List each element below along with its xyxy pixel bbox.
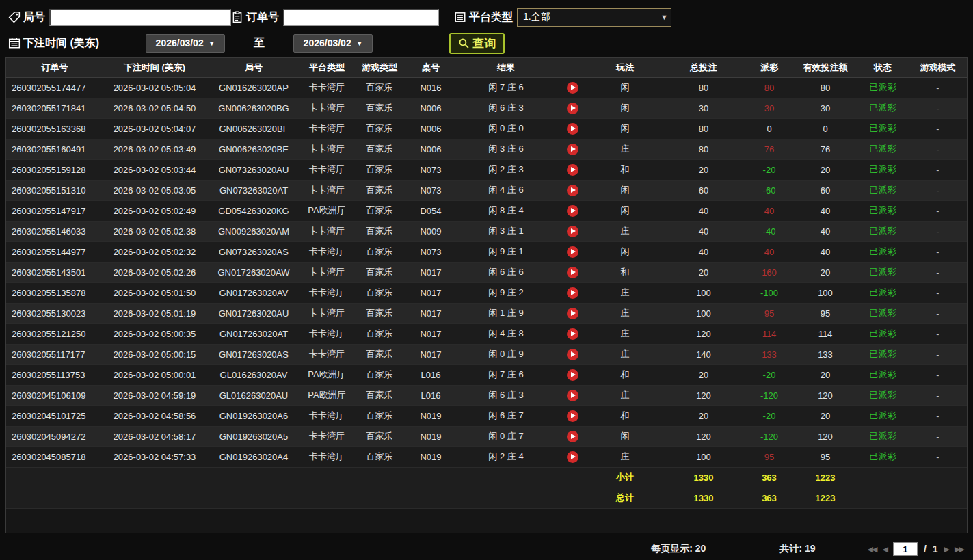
cell-payout: 160 [745, 262, 794, 282]
cell-status: 已派彩 [857, 446, 909, 467]
round-input[interactable] [49, 9, 231, 26]
cell-status: 已派彩 [857, 303, 909, 323]
cell-platform: PA欧洲厅 [302, 385, 352, 405]
play-icon [571, 187, 576, 193]
query-button[interactable]: 查询 [449, 33, 505, 54]
cell-replay [557, 426, 587, 446]
summary-row: 总计13303631223 [6, 488, 967, 508]
cell-platform: PA欧洲厅 [302, 200, 352, 221]
replay-button[interactable] [567, 185, 578, 196]
cell-order_id: 260302055121250 [6, 323, 103, 344]
cell-replay [557, 446, 587, 467]
summary-empty [909, 467, 967, 488]
filter-bar: 局号 订单号 平台类型 1.全部 ▼ 下注时间 (美东) 2026/03/02 [0, 0, 973, 57]
cell-mode: - [909, 200, 967, 221]
chevron-down-icon: ▼ [356, 40, 363, 47]
replay-button[interactable] [567, 144, 578, 155]
replay-button[interactable] [567, 431, 578, 442]
order-label: 订单号 [246, 10, 279, 25]
play-icon [571, 228, 576, 234]
cell-play_type: 闲 [587, 77, 663, 98]
cell-status: 已派彩 [857, 385, 909, 405]
col-header-valid_bet: 有效投注额 [794, 58, 857, 77]
table-row: 2603020450857182026-03-02 04:57:33GN0192… [6, 446, 967, 467]
cell-valid_bet: 20 [794, 364, 857, 385]
replay-button[interactable] [567, 451, 578, 463]
cell-table_no: N073 [407, 159, 455, 180]
cell-total_bet: 20 [663, 159, 745, 180]
bets-table: 订单号下注时间 (美东)局号平台类型游戏类型桌号结果玩法总投注派彩有效投注额状态… [6, 58, 967, 509]
cell-mode: - [909, 405, 967, 426]
cell-round_id: GN019263020A5 [206, 426, 302, 446]
cell-total_bet: 100 [663, 303, 745, 323]
cell-status: 已派彩 [857, 344, 909, 364]
cell-round_id: GN017263020AS [206, 344, 302, 364]
cell-table_no: N017 [407, 303, 455, 323]
cell-result: 闲 4 庄 6 [455, 180, 557, 200]
play-icon [571, 208, 576, 213]
cell-payout: -120 [745, 426, 794, 446]
cell-replay [557, 282, 587, 303]
play-icon [571, 454, 576, 459]
cell-bet_time: 2026-03-02 04:58:56 [103, 405, 206, 426]
replay-button[interactable] [567, 103, 578, 114]
replay-button[interactable] [567, 390, 578, 401]
next-page-icon[interactable]: ▶ [944, 545, 948, 554]
query-button-label: 查询 [472, 36, 496, 51]
last-page-icon[interactable]: ▶▶ [955, 545, 963, 554]
clipboard-icon [231, 11, 243, 23]
cell-replay [557, 241, 587, 262]
replay-button[interactable] [567, 246, 578, 258]
cell-round_id: GD054263020KG [206, 200, 302, 221]
col-header-play [557, 58, 587, 77]
prev-page-icon[interactable]: ◀ [882, 545, 886, 554]
col-header-payout: 派彩 [745, 58, 794, 77]
platform-select[interactable]: 1.全部 ▼ [517, 8, 671, 27]
cell-total_bet: 20 [663, 364, 745, 385]
replay-button[interactable] [567, 226, 578, 237]
date-from-button[interactable]: 2026/03/02 ▼ [146, 34, 225, 53]
page-input[interactable] [893, 542, 918, 556]
replay-button[interactable] [567, 164, 578, 176]
cell-order_id: 260302055160491 [6, 139, 103, 159]
summary-label: 总计 [587, 488, 663, 508]
replay-button[interactable] [567, 287, 578, 299]
col-header-play_type: 玩法 [587, 58, 663, 77]
date-to-button[interactable]: 2026/03/02 ▼ [293, 34, 373, 53]
cell-mode: - [909, 180, 967, 200]
cell-table_no: L016 [407, 385, 455, 405]
cell-round_id: GN016263020AP [206, 77, 302, 98]
filter-row-1: 局号 订单号 平台类型 1.全部 ▼ [8, 7, 965, 27]
replay-button[interactable] [567, 308, 578, 319]
replay-button[interactable] [567, 205, 578, 217]
summary-label: 小计 [587, 467, 663, 488]
replay-button[interactable] [567, 82, 578, 94]
cell-total_bet: 80 [663, 118, 745, 139]
replay-button[interactable] [567, 123, 578, 135]
replay-button[interactable] [567, 267, 578, 278]
cell-order_id: 260302055117177 [6, 344, 103, 364]
play-icon [571, 351, 576, 357]
summary-empty [857, 488, 909, 508]
cell-result: 闲 6 庄 3 [455, 385, 557, 405]
cell-total_bet: 120 [663, 323, 745, 344]
cell-result: 闲 7 庄 6 [455, 364, 557, 385]
cell-payout: -40 [745, 221, 794, 241]
cell-platform: PA欧洲厅 [302, 364, 352, 385]
play-icon [571, 249, 576, 254]
cell-game_type: 百家乐 [352, 282, 407, 303]
cell-play_type: 闲 [587, 118, 663, 139]
replay-button[interactable] [567, 328, 578, 340]
cell-bet_time: 2026-03-02 05:01:19 [103, 303, 206, 323]
cell-play_type: 闲 [587, 426, 663, 446]
cell-total_bet: 30 [663, 98, 745, 118]
replay-button[interactable] [567, 410, 578, 422]
first-page-icon[interactable]: ◀◀ [868, 545, 877, 554]
replay-button[interactable] [567, 369, 578, 381]
col-header-game_type: 游戏类型 [352, 58, 407, 77]
replay-button[interactable] [567, 349, 578, 360]
summary-row: 小计13303631223 [6, 467, 967, 488]
cell-play_type: 和 [587, 262, 663, 282]
order-input[interactable] [283, 9, 439, 26]
cell-replay [557, 77, 587, 98]
